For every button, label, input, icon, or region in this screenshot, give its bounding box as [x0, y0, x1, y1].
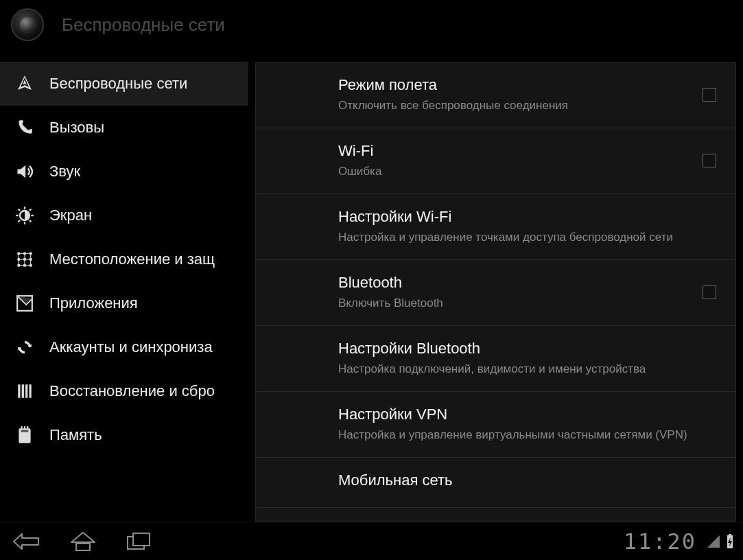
- svg-rect-30: [21, 426, 23, 430]
- signal-icon: [706, 534, 721, 549]
- settings-app-icon[interactable]: [11, 8, 44, 41]
- item-title: Настройки VPN: [338, 406, 719, 423]
- item-airplane-mode[interactable]: Режим полета Отключить все беспроводные …: [256, 62, 735, 128]
- item-vpn-settings[interactable]: Настройки VPN Настройка и управление вир…: [256, 392, 735, 458]
- checkbox[interactable]: [703, 285, 716, 299]
- system-navbar: 11:20: [0, 522, 743, 560]
- item-bluetooth[interactable]: Bluetooth Включить Bluetooth: [256, 260, 735, 326]
- item-subtitle: Включить Bluetooth: [338, 296, 719, 312]
- sidebar-item-calls[interactable]: Вызовы: [0, 106, 248, 150]
- svg-rect-27: [25, 384, 27, 398]
- svg-rect-28: [30, 384, 32, 398]
- svg-line-8: [30, 209, 31, 211]
- wifi-icon: [12, 71, 37, 96]
- back-button[interactable]: [8, 529, 45, 554]
- home-button[interactable]: [64, 529, 102, 554]
- svg-line-6: [30, 220, 31, 222]
- svg-rect-32: [27, 426, 28, 430]
- item-subtitle: Настройка и управление виртуальными част…: [338, 428, 719, 443]
- sidebar-item-location[interactable]: Местоположение и защ: [0, 237, 248, 281]
- sidebar-item-label: Звук: [49, 163, 80, 180]
- sidebar-item-label: Память: [49, 426, 102, 444]
- status-clock[interactable]: 11:20: [624, 528, 696, 555]
- brightness-icon: [12, 203, 37, 228]
- battery-charging-icon: [725, 533, 735, 550]
- item-bluetooth-settings[interactable]: Настройки Bluetooth Настройка подключени…: [256, 326, 735, 392]
- privacy-icon: [12, 379, 37, 404]
- settings-sidebar: Беспроводные сети Вызовы Звук: [0, 49, 248, 522]
- checkbox[interactable]: [703, 154, 716, 167]
- item-subtitle: Настройка подключений, видимости и имени…: [338, 362, 719, 377]
- sound-icon: [12, 159, 37, 184]
- checkbox[interactable]: [703, 88, 716, 102]
- item-title: Wi-Fi: [338, 142, 719, 160]
- sidebar-item-label: Местоположение и защ: [49, 250, 215, 268]
- sidebar-item-wireless[interactable]: Беспроводные сети: [0, 62, 248, 106]
- status-icons[interactable]: [706, 533, 735, 550]
- sidebar-item-label: Аккаунты и синхрониза: [49, 338, 213, 356]
- storage-icon: [12, 423, 37, 447]
- svg-rect-33: [21, 430, 29, 432]
- sidebar-item-sync[interactable]: Аккаунты и синхрониза: [0, 325, 248, 369]
- item-subtitle: Ошибка: [338, 164, 719, 180]
- item-title: Настройки Bluetooth: [338, 340, 719, 358]
- item-title: Настройки Wi-Fi: [338, 208, 719, 226]
- svg-rect-31: [24, 426, 25, 430]
- header-title: Беспроводные сети: [62, 14, 225, 36]
- phone-icon: [12, 115, 37, 140]
- sidebar-item-privacy[interactable]: Восстановление и сбро: [0, 369, 248, 413]
- item-title: Режим полета: [338, 76, 719, 94]
- sidebar-item-label: Вызовы: [49, 119, 104, 137]
- svg-rect-25: [18, 384, 20, 398]
- settings-content: Режим полета Отключить все беспроводные …: [248, 49, 743, 522]
- sidebar-item-label: Беспроводные сети: [49, 75, 187, 93]
- svg-rect-37: [729, 534, 731, 536]
- svg-line-5: [19, 209, 20, 211]
- svg-rect-35: [133, 533, 150, 546]
- sidebar-item-storage[interactable]: Память: [0, 413, 248, 457]
- location-icon: [12, 247, 37, 272]
- item-wifi[interactable]: Wi-Fi Ошибка: [256, 128, 735, 194]
- item-subtitle: Настройка и управление точками доступа б…: [338, 230, 719, 246]
- recent-apps-button[interactable]: [121, 529, 158, 554]
- svg-line-7: [19, 220, 20, 222]
- settings-panel[interactable]: Режим полета Отключить все беспроводные …: [255, 62, 736, 522]
- sidebar-item-display[interactable]: Экран: [0, 194, 248, 237]
- sync-icon: [12, 335, 37, 360]
- sidebar-item-sound[interactable]: Звук: [0, 150, 248, 194]
- svg-rect-26: [22, 384, 24, 398]
- item-mobile-network[interactable]: Мобильная сеть: [256, 458, 735, 508]
- apps-icon: [12, 291, 37, 316]
- sidebar-item-apps[interactable]: Приложения: [0, 281, 248, 325]
- sidebar-item-label: Приложения: [49, 294, 138, 312]
- sidebar-item-label: Восстановление и сбро: [49, 382, 215, 400]
- item-title: Bluetooth: [338, 274, 719, 292]
- item-subtitle: Отключить все беспроводные соединения: [338, 98, 719, 114]
- item-wifi-settings[interactable]: Настройки Wi-Fi Настройка и управление т…: [256, 194, 735, 260]
- item-title: Мобильная сеть: [338, 471, 719, 489]
- sidebar-item-label: Экран: [49, 207, 92, 224]
- header: Беспроводные сети: [0, 0, 743, 49]
